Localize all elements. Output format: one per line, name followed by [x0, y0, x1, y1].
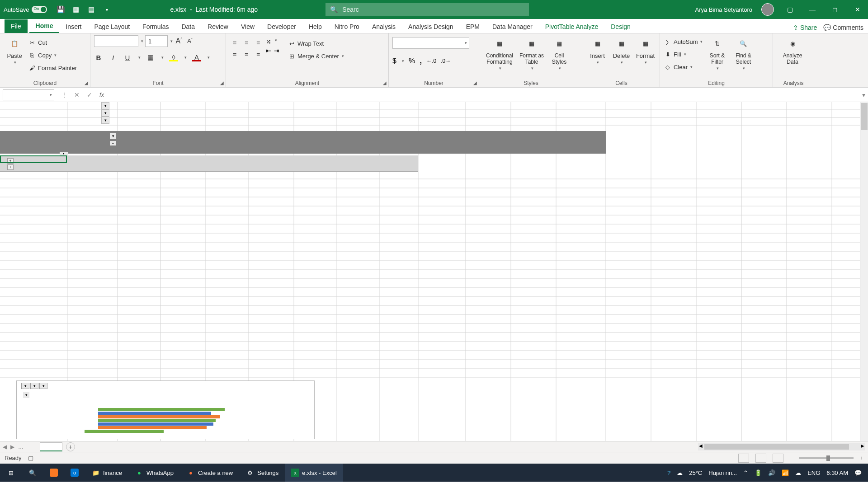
fx-icon[interactable]: fx: [96, 91, 108, 98]
embedded-chart[interactable]: ▾ ▾ ▾ ▾: [16, 380, 315, 439]
cut-button[interactable]: ✂Cut: [28, 37, 77, 48]
field-dropdown-icon[interactable]: ▾: [101, 109, 109, 117]
percent-button[interactable]: %: [409, 57, 415, 65]
taskbar-outlook[interactable]: o: [64, 464, 85, 482]
chart-filter-icon[interactable]: ▾: [23, 392, 29, 398]
share-button[interactable]: ⇪Share: [793, 24, 817, 31]
tab-pivottable-analyze[interactable]: PivotTable Analyze: [539, 20, 605, 33]
find-select-button[interactable]: 🔍Find & Select▾: [731, 35, 755, 70]
zoom-in-icon[interactable]: +: [860, 455, 863, 461]
bold-button[interactable]: B: [94, 54, 103, 61]
taskbar-search[interactable]: 🔍: [22, 464, 43, 482]
tab-analysis-design[interactable]: Analysis Design: [402, 20, 460, 33]
chevron-down-icon[interactable]: ▾: [275, 38, 277, 45]
tab-page-layout[interactable]: Page Layout: [88, 20, 136, 33]
tab-nitro-pro[interactable]: Nitro Pro: [328, 20, 366, 33]
expand-formula-icon[interactable]: ▾: [859, 91, 868, 99]
normal-view-icon[interactable]: [738, 454, 749, 463]
orientation-icon[interactable]: ⤭: [266, 38, 271, 45]
format-as-table-button[interactable]: ▦Format as Table▾: [517, 35, 546, 70]
sort-filter-button[interactable]: ⇅Sort & Filter▾: [705, 35, 729, 70]
collapse-icon[interactable]: −: [110, 141, 116, 145]
zoom-out-icon[interactable]: −: [790, 455, 793, 461]
formula-input[interactable]: [108, 89, 859, 100]
font-color-icon[interactable]: A: [192, 53, 201, 61]
taskbar-firefox[interactable]: ●Create a new: [180, 464, 239, 482]
more-icon[interactable]: ⋮: [58, 89, 71, 100]
sheet-nav-more-icon[interactable]: …: [18, 444, 24, 450]
wifi-icon[interactable]: 📶: [782, 469, 789, 476]
start-button[interactable]: ⊞: [0, 464, 22, 482]
chevron-down-icon[interactable]: ▾: [141, 39, 143, 43]
page-layout-view-icon[interactable]: [755, 454, 766, 463]
dialog-launcher-icon[interactable]: ◢: [220, 80, 224, 85]
underline-button[interactable]: U: [123, 54, 132, 61]
sheet-tab[interactable]: [40, 442, 62, 451]
taskbar-xampp[interactable]: [43, 464, 64, 482]
notifications-icon[interactable]: 💬: [854, 469, 862, 476]
analyze-data-button[interactable]: ◉Analyze Data: [777, 35, 808, 65]
field-filter-icon[interactable]: ▾: [110, 133, 116, 139]
save-icon[interactable]: 💾: [56, 5, 65, 14]
border-icon[interactable]: ▦: [146, 53, 155, 61]
chevron-down-icon[interactable]: ▾: [161, 55, 164, 60]
field-filter-icon[interactable]: ▾: [101, 117, 109, 124]
chart-filter-icon[interactable]: ▾: [21, 383, 29, 389]
italic-button[interactable]: I: [108, 54, 118, 61]
decrease-indent-icon[interactable]: ⇤: [266, 47, 271, 54]
scroll-thumb[interactable]: [861, 103, 868, 130]
vertical-scrollbar[interactable]: [860, 102, 868, 441]
dialog-launcher-icon[interactable]: ◢: [473, 80, 477, 85]
clear-button[interactable]: ◇Clear▾: [664, 61, 703, 72]
chart-filter-icon[interactable]: ▾: [39, 383, 47, 389]
wrap-text-button[interactable]: ↩Wrap Text: [288, 38, 344, 49]
increase-indent-icon[interactable]: ⇥: [274, 47, 279, 54]
chevron-down-icon[interactable]: ▾: [208, 55, 210, 60]
enter-icon[interactable]: ✓: [83, 89, 96, 100]
volume-icon[interactable]: 🔊: [768, 469, 775, 476]
taskbar-whatsapp[interactable]: ●WhatsApp: [128, 464, 180, 482]
macro-record-icon[interactable]: ▢: [28, 455, 33, 461]
tab-file[interactable]: File: [5, 19, 28, 33]
delete-cells-button[interactable]: ▦Delete▾: [611, 35, 632, 65]
close-icon[interactable]: ✕: [851, 3, 864, 16]
increase-decimal-icon[interactable]: ←.0: [426, 58, 436, 64]
tab-data-manager[interactable]: Data Manager: [486, 20, 539, 33]
align-left-icon[interactable]: ≡: [230, 50, 240, 60]
sheet-nav-prev-icon[interactable]: ◀: [3, 444, 7, 450]
row-label-icon[interactable]: ▾: [60, 152, 68, 155]
autosave[interactable]: AutoSave On: [4, 6, 47, 13]
tab-view[interactable]: View: [235, 20, 261, 33]
zoom-slider[interactable]: [799, 457, 854, 459]
cloud-icon[interactable]: ☁: [795, 469, 801, 476]
font-size-input[interactable]: 1: [145, 35, 168, 47]
onedrive-icon[interactable]: ☁: [677, 469, 683, 476]
language-indicator[interactable]: ENG: [807, 469, 820, 476]
spreadsheet-grid[interactable]: ▾ ▾ ▾ ▾ − ▾ + + ▾ ▾ ▾ ▾: [0, 102, 868, 441]
cell-styles-button[interactable]: ▦Cell Styles▾: [547, 35, 571, 70]
decrease-decimal-icon[interactable]: .0→: [441, 58, 451, 64]
decrease-font-icon[interactable]: Aˇ: [185, 38, 194, 44]
page-break-view-icon[interactable]: [773, 454, 783, 463]
comma-button[interactable]: ,: [420, 56, 422, 66]
qat-icon-2[interactable]: ▦: [71, 5, 80, 14]
comments-button[interactable]: 💬Comments: [823, 24, 863, 31]
taskbar-excel[interactable]: xe.xlsx - Excel: [285, 464, 343, 482]
chevron-down-icon[interactable]: ▾: [170, 39, 173, 43]
weather-desc[interactable]: Hujan rin...: [708, 469, 737, 476]
field-dropdown-icon[interactable]: ▾: [101, 102, 109, 109]
tab-insert[interactable]: Insert: [59, 20, 88, 33]
align-center-icon[interactable]: ≡: [241, 50, 251, 60]
format-painter-button[interactable]: 🖌Format Painter: [28, 62, 77, 73]
user-name[interactable]: Arya Bima Setyantoro: [695, 6, 752, 13]
merge-center-button[interactable]: ⊞Merge & Center▾: [288, 51, 344, 61]
insert-cells-button[interactable]: ▦Insert▾: [587, 35, 608, 65]
format-cells-button[interactable]: ▦Format▾: [635, 35, 656, 65]
currency-button[interactable]: $: [392, 57, 396, 65]
battery-icon[interactable]: 🔋: [755, 469, 762, 476]
tab-help[interactable]: Help: [302, 20, 328, 33]
taskbar-explorer[interactable]: 📁finance: [85, 464, 128, 482]
new-sheet-button[interactable]: +: [66, 442, 75, 451]
font-name-input[interactable]: [94, 35, 138, 47]
chevron-down-icon[interactable]: ▾: [184, 55, 187, 60]
